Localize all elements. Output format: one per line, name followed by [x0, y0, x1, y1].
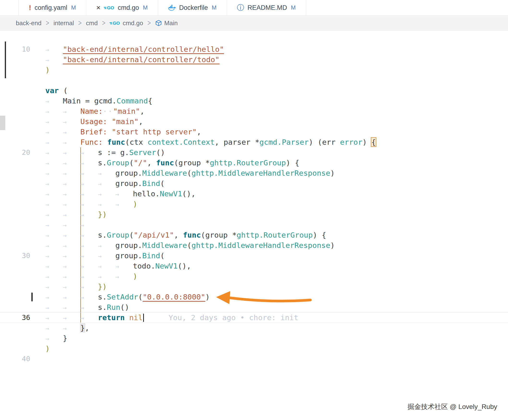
tab-Dockerfile[interactable]: DockerfileM: [158, 0, 227, 15]
tab-whitespace-arrow-icon: →: [63, 230, 80, 241]
code-line-content: →→→}): [38, 282, 107, 292]
breadcrumb-item-cmd[interactable]: cmd: [86, 19, 98, 27]
modified-badge: M: [143, 4, 148, 11]
token: Brief:: [80, 128, 107, 136]
tab-whitespace-arrow-icon: →: [98, 189, 115, 199]
modified-badge: M: [291, 4, 296, 11]
code-line-content: →→→→→todo.NewV1(),: [38, 261, 191, 271]
token: Command: [117, 97, 148, 105]
code-line-content: →→→s.Group("/", func(group *ghttp.Router…: [38, 158, 299, 168]
tab-whitespace-arrow-icon: →: [45, 168, 63, 179]
code-line: →→Func: func(ctx context.Context, parser…: [0, 137, 508, 147]
code-line-content: →→→→group.Middleware(ghttp.MiddlewareHan…: [38, 240, 335, 251]
token: ,: [147, 158, 156, 167]
line-number: [0, 271, 38, 282]
code-line: 20→→→s := g.Server(): [0, 147, 508, 158]
line-number: [0, 282, 38, 292]
tab-whitespace-arrow-icon: →: [80, 179, 98, 189]
code-rows: 10→"back-end/internal/controller/hello"→…: [0, 44, 508, 364]
line-number: [0, 85, 38, 96]
tab-whitespace-arrow-icon: →: [63, 323, 80, 334]
chevron-separator-icon: >: [147, 19, 151, 27]
close-icon[interactable]: ×: [96, 4, 101, 11]
breadcrumb-item-internal[interactable]: internal: [53, 19, 74, 27]
line-number: [0, 220, 38, 230]
token: (group *: [201, 231, 236, 239]
watermark: 掘金技术社区 @ Lovely_Ruby: [407, 402, 497, 411]
tab-README.MD[interactable]: ⓘREADME.MDM: [227, 0, 306, 15]
token: "main": [113, 107, 140, 115]
token: context.Context: [147, 138, 215, 146]
token: (: [160, 179, 165, 188]
breadcrumb-item-Main[interactable]: Main: [155, 19, 178, 27]
code-line-content: →→→→→): [38, 199, 137, 209]
token: Group: [107, 231, 129, 239]
breadcrumb-item-back-end[interactable]: back-end: [16, 19, 42, 27]
token: ,: [85, 323, 89, 332]
tab-whitespace-arrow-icon: →: [80, 303, 98, 313]
token: group.: [115, 251, 142, 260]
tab-whitespace-arrow-icon: →: [80, 313, 98, 323]
token: group.: [115, 179, 142, 188]
token: (): [120, 303, 129, 312]
code-line-content: →→→→→): [38, 271, 137, 282]
token: "back-end/internal/controller/todo": [63, 55, 220, 64]
token: hello.: [133, 189, 160, 198]
tab-whitespace-arrow-icon: →: [63, 106, 80, 117]
tab-whitespace-arrow-icon: →: [80, 251, 98, 261]
token: [125, 313, 129, 322]
tab-whitespace-arrow-icon: →: [63, 261, 80, 272]
token: ): [362, 138, 371, 146]
token: var: [45, 86, 59, 95]
token: NewV1: [160, 189, 182, 198]
token: group.: [115, 241, 142, 250]
tab-whitespace-arrow-icon: →: [80, 272, 98, 282]
code-line-content: →→→}): [38, 209, 107, 220]
tab-whitespace-arrow-icon: →: [45, 96, 63, 106]
breadcrumb-item-cmd.go[interactable]: GOcmd.go: [110, 19, 143, 27]
code-line-content: →→Func: func(ctx context.Context, parser…: [38, 137, 376, 147]
token: Func:: [80, 138, 103, 146]
chevron-separator-icon: >: [46, 19, 49, 27]
tab-whitespace-arrow-icon: →: [98, 241, 115, 251]
line-number: [0, 209, 38, 220]
breadcrumb-label: internal: [53, 19, 74, 27]
tab-label: README.MD: [248, 4, 287, 12]
tab-whitespace-arrow-icon: →: [45, 313, 63, 323]
code-line: →→→→→todo.NewV1(),: [0, 261, 508, 271]
go-icon: GO: [110, 20, 120, 26]
text-cursor: [143, 314, 144, 322]
tab-whitespace-arrow-icon: →: [98, 168, 115, 179]
token: s.: [98, 158, 107, 167]
line-number: [0, 96, 38, 106]
modified-badge: M: [71, 4, 76, 11]
code-line: ): [0, 344, 508, 354]
code-line-content: var (: [38, 85, 68, 96]
token: (),: [182, 189, 195, 198]
line-number: [0, 323, 38, 333]
code-line-content: →→→→→hello.NewV1(),: [38, 189, 195, 199]
gutter-cursor-marker: [31, 292, 33, 301]
token: (: [59, 86, 68, 95]
breadcrumb: back-end>internal>cmd>GOcmd.go>Main: [0, 15, 508, 31]
token: s.: [98, 231, 107, 239]
code-line: →→→}): [0, 209, 508, 220]
tab-whitespace-arrow-icon: →: [63, 148, 80, 158]
code-line: ): [0, 65, 508, 75]
token: ): [133, 200, 137, 208]
tab-whitespace-arrow-icon: →: [45, 261, 63, 272]
tab-whitespace-arrow-icon: →: [63, 117, 80, 127]
tab-cmd.go[interactable]: ×GOcmd.goM: [86, 0, 158, 15]
code-editor[interactable]: 10→"back-end/internal/controller/hello"→…: [0, 31, 508, 364]
tab-whitespace-arrow-icon: →: [63, 199, 80, 210]
token: Group: [107, 158, 129, 167]
tab-whitespace-arrow-icon: →: [45, 158, 63, 168]
svg-text:GO: GO: [113, 21, 120, 26]
tab-whitespace-arrow-icon: →: [45, 241, 63, 251]
token: ): [45, 344, 50, 353]
token: {: [148, 97, 153, 105]
code-line: →→},: [0, 323, 508, 333]
tab-whitespace-arrow-icon: →: [80, 230, 98, 241]
tab-whitespace-arrow-icon: →: [63, 168, 80, 179]
tab-config.yaml[interactable]: !config.yamlM: [19, 0, 86, 15]
